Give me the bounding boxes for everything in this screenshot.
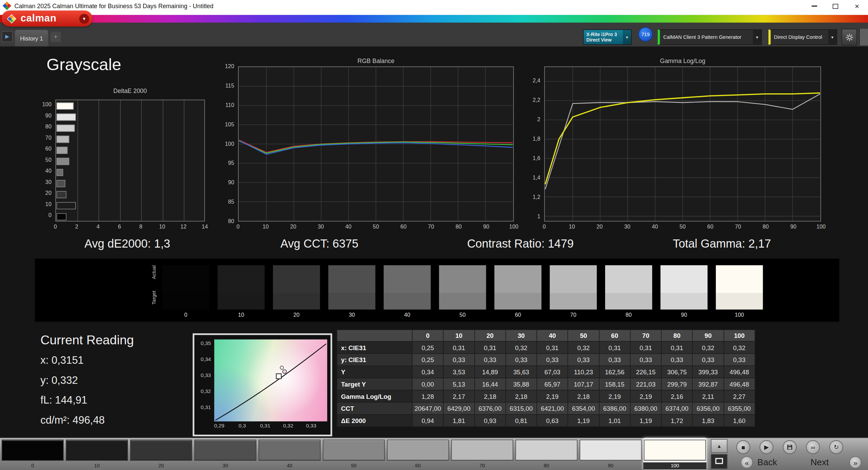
level-button-80[interactable]: 80 — [515, 438, 578, 470]
history-panel-button[interactable]: ▶ — [2, 31, 13, 42]
table-cell: 0,31 — [630, 341, 661, 354]
minimize-button[interactable] — [804, 0, 825, 12]
swatch-label: 60 — [494, 312, 541, 318]
table-header-cell: 20 — [474, 330, 505, 341]
level-label: 30 — [194, 463, 257, 468]
display-control-dropdown[interactable]: Direct Display Control ▾ — [769, 29, 837, 45]
table-cell: 1,19 — [568, 414, 599, 427]
level-button-90[interactable]: 90 — [579, 438, 642, 470]
table-cell: 0,25 — [412, 341, 443, 354]
axis-tick-label: 0 — [539, 224, 550, 230]
refresh-button[interactable]: ↻ — [829, 440, 843, 454]
back-button[interactable]: Back — [757, 456, 796, 469]
layout-button[interactable] — [859, 29, 868, 46]
plus-icon: + — [54, 33, 58, 41]
pattern-generator-dropdown[interactable]: CalMAN Client 3 Pattern Generator ▾ — [658, 29, 762, 45]
axis-tick-label: 105 — [217, 121, 234, 127]
axis-tick-label: 90 — [33, 112, 52, 119]
chevron-down-icon: ▾ — [623, 30, 631, 44]
axis-tick-label: 0,31 — [257, 422, 273, 428]
level-button-70[interactable]: 70 — [451, 438, 514, 470]
level-button-30[interactable]: 30 — [194, 438, 257, 470]
save-button[interactable] — [783, 440, 797, 454]
level-button-0[interactable]: 0 — [1, 438, 64, 470]
stop-button[interactable]: ■ — [736, 440, 750, 454]
meter-name: X-Rite i1Pro 3 — [586, 32, 617, 37]
deltae-bar — [57, 113, 76, 120]
reading-marker — [280, 366, 284, 370]
play-button[interactable]: ▶ — [760, 440, 774, 454]
level-button-40[interactable]: 40 — [258, 438, 321, 470]
table-cell: 6429,00 — [443, 402, 474, 414]
level-label: 0 — [1, 463, 64, 468]
meter-reads-badge[interactable]: 719 — [638, 27, 653, 42]
deltae-bar — [57, 202, 76, 209]
maximize-icon — [833, 4, 838, 9]
level-swatch — [516, 440, 578, 461]
table-cell: 14,89 — [474, 366, 505, 378]
next-button[interactable]: Next — [810, 456, 849, 469]
axis-tick-label: 100 — [33, 101, 52, 108]
deltae-bar — [57, 124, 75, 131]
table-cell: 0,33 — [568, 354, 599, 366]
target-half — [550, 293, 597, 309]
menu-caret-button[interactable]: ▾ — [79, 14, 89, 24]
level-button-20[interactable]: 20 — [129, 438, 192, 470]
level-button-100[interactable]: 100 — [643, 438, 706, 470]
rgb-balance-plot — [239, 67, 513, 221]
table-header-cell: 70 — [630, 330, 661, 341]
next-chevron-button[interactable]: » — [849, 456, 862, 469]
target-half — [328, 293, 375, 309]
table-cell: 0,33 — [630, 354, 661, 366]
table-row-label: x: CIE31 — [337, 341, 412, 354]
grayscale-swatch — [384, 265, 431, 310]
table-cell: 6354,00 — [568, 402, 599, 414]
gamma-chart — [544, 66, 821, 221]
actual-label: Actual — [151, 265, 157, 279]
level-button-10[interactable]: 10 — [65, 438, 128, 470]
close-button[interactable]: × — [846, 0, 868, 12]
axis-tick-label: 1,8 — [523, 136, 540, 142]
level-swatch — [2, 440, 64, 461]
axis-tick-label: 12 — [178, 224, 189, 230]
table-row: Target Y0,005,1316,4435,8865,97107,17158… — [337, 378, 755, 390]
table-cell: 392,87 — [693, 378, 724, 390]
back-chevron-button[interactable]: « — [741, 456, 753, 469]
level-button-60[interactable]: 60 — [386, 438, 449, 470]
table-cell: 299,79 — [661, 378, 692, 390]
grayscale-swatch — [162, 265, 209, 310]
app-icon — [3, 1, 11, 10]
calman-menu-button[interactable]: calman ▾ — [2, 11, 93, 27]
table-row: y: CIE310,250,330,330,330,330,330,330,33… — [337, 354, 755, 366]
stat-contrast-ratio: Contrast Ratio: 1479 — [437, 237, 603, 250]
settings-button[interactable] — [841, 29, 857, 46]
table-row: CCT20647,006429,006376,006315,006421,006… — [337, 402, 755, 414]
table-row: x: CIE310,250,310,310,320,310,320,310,31… — [337, 341, 755, 354]
window-pattern-button[interactable] — [711, 454, 728, 469]
stat-total-gamma: Total Gamma: 2,17 — [639, 237, 805, 250]
table-cell: 1,60 — [724, 414, 755, 427]
link-button[interactable]: ∞ — [806, 440, 820, 454]
grayscale-swatch — [328, 265, 375, 310]
axis-tick-label: 10 — [157, 224, 168, 230]
scroll-up-button[interactable]: ▲ — [711, 439, 728, 453]
chevrons-right-icon: » — [853, 458, 857, 466]
table-cell: 1,83 — [693, 414, 724, 427]
maximize-button[interactable] — [825, 0, 846, 12]
target-half — [218, 293, 265, 309]
gear-icon — [845, 33, 853, 41]
caret-glyph: ▾ — [831, 35, 834, 40]
level-button-50[interactable]: 50 — [322, 438, 385, 470]
tab-history-1[interactable]: History 1 — [15, 30, 48, 47]
level-swatch — [451, 440, 513, 461]
axis-tick-label: 90 — [788, 224, 799, 230]
level-swatch — [130, 440, 192, 461]
meter-dropdown[interactable]: X-Rite i1Pro 3 Direct View ▾ — [583, 29, 632, 45]
table-cell: 65,97 — [537, 378, 568, 390]
level-label: 10 — [65, 463, 128, 468]
add-tab-button[interactable]: + — [50, 32, 61, 42]
table-header-cell: 50 — [568, 330, 599, 341]
axis-tick-label: 30 — [315, 224, 327, 230]
table-cell: 110,23 — [568, 366, 599, 378]
table-cell: 221,03 — [630, 378, 661, 390]
